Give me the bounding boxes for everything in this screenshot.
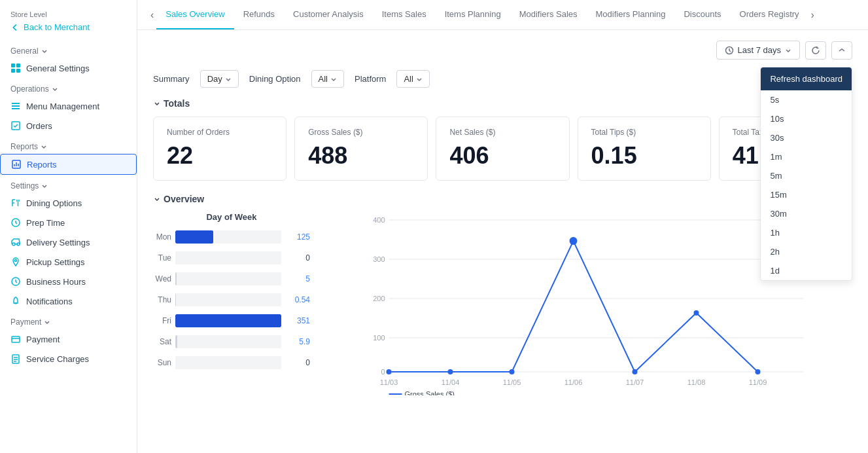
sidebar-item-payment[interactable]: Payment — [0, 329, 137, 349]
refresh-option-30s[interactable]: 30s — [761, 128, 852, 147]
back-label: Back to Merchant — [24, 22, 90, 32]
bar-track — [175, 314, 281, 327]
tab-orders-registry[interactable]: Orders Registry — [731, 0, 808, 29]
refresh-button[interactable] — [805, 41, 826, 60]
refresh-option-5m[interactable]: 5m — [761, 166, 852, 185]
notifications-label: Notifications — [26, 297, 73, 306]
back-to-merchant-button[interactable]: Back to Merchant — [0, 20, 137, 40]
bar-row-fri: Fri351 — [153, 312, 310, 329]
line-point-6 — [755, 369, 761, 374]
tab-items-sales[interactable]: Items Sales — [373, 0, 436, 29]
tab-modifiers-sales[interactable]: Modifiers Sales — [510, 0, 587, 29]
bell-icon — [10, 296, 21, 306]
platform-value: All — [404, 74, 413, 84]
sidebar-item-orders[interactable]: Orders — [0, 116, 137, 136]
svg-point-22 — [15, 260, 17, 262]
refresh-option-15m[interactable]: 15m — [761, 185, 852, 204]
refresh-dropdown: Refresh dashboard 5s 10s 30s 1m 5m 15m 3… — [760, 67, 852, 281]
bar-fill — [175, 230, 213, 244]
refresh-option-10s[interactable]: 10s — [761, 109, 852, 128]
tab-modifiers-planning[interactable]: Modifiers Planning — [587, 0, 675, 29]
tab-refunds[interactable]: Refunds — [234, 0, 284, 29]
bar-fill — [175, 272, 177, 285]
dining-option-select[interactable]: All — [311, 70, 344, 88]
line-point-2 — [510, 369, 515, 374]
svg-text:400: 400 — [373, 216, 385, 224]
bar-day-label: Fri — [153, 316, 171, 325]
menu-management-label: Menu Management — [26, 101, 99, 111]
chevron-down-icon — [52, 86, 58, 92]
payment-label: Payment — [26, 335, 60, 344]
date-range-picker[interactable]: Last 7 days — [716, 41, 801, 60]
tabs-prev-button[interactable]: ‹ — [148, 1, 156, 29]
summary-value: Day — [207, 74, 222, 84]
content-header: Last 7 days Refresh dashboard 5s 10s 30s — [153, 41, 852, 60]
chevron-up-icon — [837, 46, 846, 55]
tab-sales-overview[interactable]: Sales Overview — [156, 0, 234, 29]
main-content: ‹ Sales Overview Refunds Customer Analys… — [137, 0, 868, 453]
gross-sales-label: Gross Sales ($) — [308, 128, 414, 137]
refresh-option-5s[interactable]: 5s — [761, 90, 852, 109]
bar-row-wed: Wed5 — [153, 270, 310, 287]
bar-value: 351 — [285, 316, 310, 325]
gross-sales-value: 488 — [308, 142, 414, 170]
tabs-next-button[interactable]: › — [808, 1, 817, 29]
chevron-down-icon — [330, 76, 337, 82]
clock-icon — [10, 217, 21, 228]
bar-value: 0.54 — [285, 295, 310, 304]
total-card-net-sales: Net Sales ($) 406 — [436, 117, 569, 181]
chevron-down-icon — [153, 100, 161, 107]
bar-chart: Day of Week Mon125Tue0Wed5Thu0.54Fri351S… — [153, 212, 310, 397]
refresh-option-1m[interactable]: 1m — [761, 147, 852, 166]
grid-icon — [10, 63, 21, 73]
overview-section-title[interactable]: Overview — [153, 194, 852, 204]
date-range-label: Last 7 days — [738, 45, 782, 55]
chevron-down-icon — [41, 143, 47, 150]
filter-row: Summary Day Dining Option All Platform A… — [153, 70, 852, 88]
sidebar-item-service-charges[interactable]: Service Charges — [0, 349, 137, 369]
dining-icon — [10, 198, 21, 208]
menu-icon — [10, 101, 21, 111]
sidebar-item-menu-management[interactable]: Menu Management — [0, 96, 137, 116]
operations-section-header: Operations — [0, 78, 137, 96]
svg-text:11/09: 11/09 — [749, 378, 767, 386]
tab-customer-analysis[interactable]: Customer Analysis — [284, 0, 373, 29]
store-level-label: Store Level — [0, 8, 137, 20]
bar-row-sun: Sun0 — [153, 354, 310, 371]
sidebar-item-business-hours[interactable]: Business Hours — [0, 272, 137, 291]
sidebar-item-pickup-settings[interactable]: Pickup Settings — [0, 252, 137, 272]
bar-day-label: Mon — [153, 232, 171, 242]
collapse-button[interactable] — [831, 41, 852, 60]
bar-row-mon: Mon125 — [153, 228, 310, 245]
bar-day-label: Sun — [153, 358, 171, 367]
sidebar-item-notifications[interactable]: Notifications — [0, 291, 137, 311]
chevron-down-icon — [41, 183, 48, 189]
tab-discounts[interactable]: Discounts — [674, 0, 730, 29]
sidebar-item-prep-time[interactable]: Prep Time — [0, 213, 137, 232]
tab-bar: ‹ Sales Overview Refunds Customer Analys… — [137, 0, 868, 30]
dining-option-value: All — [319, 74, 328, 84]
line-point-5 — [694, 310, 699, 316]
sidebar-item-general-settings[interactable]: General Settings — [0, 58, 137, 78]
tab-items-planning[interactable]: Items Planning — [436, 0, 510, 29]
bar-fill — [175, 335, 177, 348]
refresh-option-1d[interactable]: 1d — [761, 261, 852, 280]
sidebar-item-dining-options[interactable]: Dining Options — [0, 193, 137, 213]
svg-text:Gross Sales ($): Gross Sales ($) — [405, 390, 455, 395]
chevron-down-icon — [41, 48, 48, 54]
totals-section-title[interactable]: Totals — [153, 98, 852, 109]
summary-select[interactable]: Day — [200, 70, 239, 88]
general-settings-label: General Settings — [26, 63, 90, 73]
sidebar-item-delivery-settings[interactable]: Delivery Settings — [0, 232, 137, 252]
refresh-option-1h[interactable]: 1h — [761, 223, 852, 242]
refresh-option-2h[interactable]: 2h — [761, 242, 852, 261]
platform-select[interactable]: All — [396, 70, 429, 88]
bar-value: 5.9 — [285, 337, 310, 346]
refresh-option-30m[interactable]: 30m — [761, 204, 852, 223]
bar-value: 0 — [285, 253, 310, 263]
overview-container: Day of Week Mon125Tue0Wed5Thu0.54Fri351S… — [153, 212, 852, 397]
sidebar-item-reports[interactable]: Reports — [0, 154, 137, 175]
chevron-down-icon — [416, 76, 423, 82]
svg-rect-0 — [11, 63, 15, 67]
svg-rect-2 — [11, 69, 15, 73]
